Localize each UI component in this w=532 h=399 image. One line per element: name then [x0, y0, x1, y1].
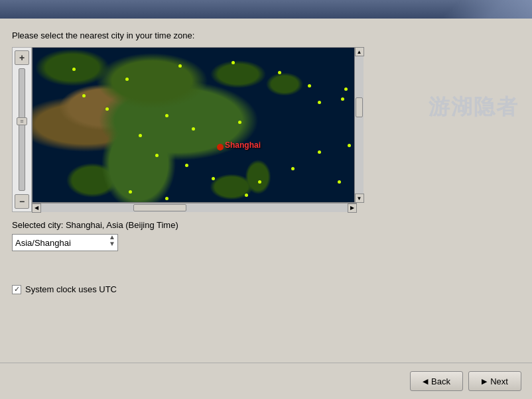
city-dot[interactable] [258, 180, 261, 184]
city-dot[interactable] [165, 114, 168, 117]
city-dot[interactable] [238, 121, 241, 124]
city-dot[interactable] [178, 64, 182, 68]
zoom-out-button[interactable]: − [15, 194, 29, 209]
city-dot[interactable] [165, 197, 168, 200]
scroll-track-vertical[interactable] [355, 56, 364, 194]
scroll-up-button[interactable]: ▲ [355, 47, 364, 56]
city-dot[interactable] [185, 164, 188, 167]
back-label: Back [431, 376, 450, 386]
scroll-right-button[interactable]: ▶ [348, 203, 357, 213]
instruction-label: Please select the nearest city in your t… [12, 30, 520, 40]
city-dot[interactable] [105, 107, 109, 111]
bottom-bar: ◀ Back ▶ Next [0, 363, 532, 399]
city-dot[interactable] [291, 167, 295, 170]
scroll-thumb-horizontal[interactable] [133, 204, 186, 211]
scroll-down-button[interactable]: ▼ [355, 194, 364, 203]
city-dot[interactable] [344, 87, 348, 91]
back-icon: ◀ [423, 377, 428, 386]
city-dot[interactable] [232, 61, 235, 64]
city-dot[interactable] [278, 71, 281, 74]
map-container: + − Shanghai ▲ [12, 47, 364, 212]
utc-label: System clock uses UTC [25, 284, 117, 294]
city-dot[interactable] [341, 97, 344, 101]
city-dot[interactable] [212, 177, 215, 180]
scroll-thumb-vertical[interactable] [356, 97, 363, 117]
city-dot[interactable] [245, 194, 248, 197]
map-viewport[interactable]: Shanghai [32, 47, 357, 203]
main-content: Please select the nearest city in your t… [0, 19, 532, 301]
city-dot[interactable] [338, 180, 341, 184]
timezone-select[interactable]: Asia/ShanghaiAsia/BeijingAsia/Hong_KongA… [12, 234, 118, 251]
city-dot[interactable] [139, 134, 142, 137]
top-bar-decoration [399, 0, 532, 19]
city-dot[interactable] [72, 68, 76, 71]
city-dot[interactable] [82, 94, 86, 97]
top-bar [0, 0, 532, 19]
map-image [33, 48, 356, 202]
next-label: Next [490, 376, 508, 386]
city-dot[interactable] [192, 127, 195, 131]
next-icon: ▶ [482, 377, 487, 386]
city-dot[interactable] [129, 190, 132, 194]
city-dot[interactable] [318, 101, 321, 104]
zoom-in-button[interactable]: + [15, 50, 29, 65]
map-area-wrapper: Shanghai ▲ ▼ ◀ ▶ [32, 47, 364, 212]
city-dot[interactable] [155, 154, 159, 157]
city-dot[interactable] [318, 150, 321, 154]
zoom-slider-thumb[interactable] [17, 117, 27, 125]
selected-city-dot [217, 144, 224, 150]
back-button[interactable]: ◀ Back [410, 371, 463, 391]
selected-city-text: Selected city: Shanghai, Asia (Beijing T… [12, 220, 520, 230]
horizontal-scrollbar[interactable]: ◀ ▶ [32, 203, 357, 212]
utc-checkbox-row: System clock uses UTC [12, 284, 520, 294]
city-dot[interactable] [348, 144, 351, 147]
next-button[interactable]: ▶ Next [468, 371, 521, 391]
vertical-scrollbar[interactable]: ▲ ▼ [354, 47, 364, 203]
utc-checkbox[interactable] [12, 285, 21, 294]
city-dot[interactable] [308, 84, 311, 87]
zoom-slider-track[interactable] [19, 68, 25, 191]
scroll-left-button[interactable]: ◀ [32, 203, 41, 213]
map-background: Shanghai [33, 48, 356, 202]
scroll-track-horizontal[interactable] [41, 203, 348, 212]
timezone-select-wrapper: Asia/ShanghaiAsia/BeijingAsia/Hong_KongA… [12, 230, 118, 251]
selected-city-map-label: Shanghai [225, 141, 261, 150]
zoom-controls: + − [12, 47, 32, 212]
city-dot[interactable] [125, 78, 129, 81]
